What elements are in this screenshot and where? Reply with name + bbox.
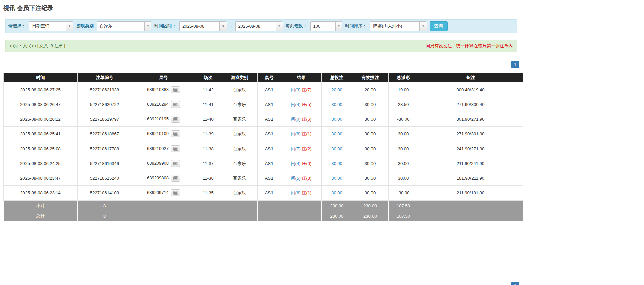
empty-cell	[281, 201, 322, 211]
total-bet-link[interactable]: 30.00	[331, 161, 342, 166]
cell-result: 闲(7)庄(2)	[281, 141, 322, 156]
date-from-combobox: ▼	[179, 21, 227, 31]
table-row: 2025-08-08 06:25:41522718618867639210109…	[4, 127, 523, 141]
total-bet-link[interactable]: 30.00	[331, 146, 342, 151]
video-replay-icon[interactable]	[171, 116, 180, 123]
total-label: 总计	[4, 211, 78, 221]
header-bet-id: 注单编号	[78, 73, 132, 82]
cell-table-no: AS1	[258, 186, 281, 201]
total-bet-link[interactable]: 30.00	[331, 117, 342, 122]
total-bet-link[interactable]: 30.00	[331, 176, 342, 181]
total-bet-link[interactable]: 20.00	[331, 87, 342, 92]
empty-cell	[418, 211, 523, 221]
cell-total-bet: 30.00	[322, 186, 352, 201]
date-separator: ~	[230, 24, 232, 29]
empty-cell	[195, 201, 221, 211]
cell-round: 639210027	[132, 141, 195, 156]
result-banker: 庄(1)	[302, 190, 312, 195]
date-to-caret-button[interactable]: ▼	[276, 22, 283, 31]
pagination-top: 1	[3, 61, 519, 68]
video-replay-icon[interactable]	[171, 145, 180, 152]
table-footer: 小计 8 230.00 230.00 107.50 总计 8	[4, 201, 523, 221]
video-replay-icon[interactable]	[171, 160, 180, 167]
cell-table-no: AS1	[258, 171, 281, 186]
cell-total-bet: 30.00	[322, 112, 352, 127]
date-from-input[interactable]	[180, 22, 219, 31]
cell-payout: -30.00	[389, 112, 418, 127]
total-bet-link[interactable]: 30.00	[331, 102, 342, 107]
page-1-button[interactable]: 1	[511, 282, 519, 285]
video-replay-icon[interactable]	[171, 101, 180, 108]
cell-table-no: AS1	[258, 82, 281, 97]
sort-order-input[interactable]	[370, 22, 419, 31]
cell-valid-bet: 30.00	[352, 141, 389, 156]
cell-round: 639209714	[132, 186, 195, 201]
cell-bet-id: 522718620722	[78, 97, 132, 112]
page-container: 视讯 会员下注纪录 请选择： ▼ 游戏类别 ▼ 时间区间： ▼ ~ ▼ 每页笔数…	[0, 0, 519, 285]
cell-time: 2025-08-08 06:25:41	[4, 127, 78, 141]
cell-game-type: 百家乐	[221, 127, 258, 141]
summary-bar: 币别：人民币 | 总共 :8 注单 | 同局有效投注，统一计算在该局第一张注单内	[5, 40, 517, 52]
header-round: 局号	[132, 73, 195, 82]
total-bet-link[interactable]: 30.00	[331, 190, 342, 195]
game-type-combobox: ▼	[97, 21, 151, 31]
cell-game-type: 百家乐	[221, 82, 258, 97]
video-replay-icon[interactable]	[171, 175, 180, 182]
table-row: 2025-08-08 06:25:08522718617788639210027…	[4, 141, 523, 156]
cell-round: 639210109	[132, 127, 195, 141]
sort-order-caret-button[interactable]: ▼	[419, 22, 427, 31]
empty-cell	[281, 211, 322, 221]
date-from-caret-button[interactable]: ▼	[219, 22, 227, 31]
page-size-input[interactable]	[311, 22, 335, 31]
result-banker: 庄(2)	[302, 146, 312, 151]
chevron-down-icon: ▼	[68, 25, 71, 28]
subtotal-label: 小计	[4, 201, 78, 211]
total-payout: 107.50	[389, 211, 418, 221]
empty-cell	[195, 211, 221, 221]
query-type-input[interactable]	[29, 22, 66, 31]
cell-time: 2025-08-08 06:26:12	[4, 112, 78, 127]
video-replay-icon[interactable]	[171, 130, 180, 137]
cell-game-type: 百家乐	[221, 186, 258, 201]
result-player: 闲(8)	[291, 131, 301, 136]
round-number: 639210027	[147, 146, 169, 151]
video-replay-icon[interactable]	[171, 189, 180, 196]
cell-total-bet: 30.00	[322, 156, 352, 171]
round-number: 639210383	[147, 87, 169, 92]
game-type-input[interactable]	[97, 22, 144, 31]
cell-valid-bet: 30.00	[352, 112, 389, 127]
film-glyph	[173, 132, 178, 136]
date-to-input[interactable]	[236, 22, 276, 31]
cell-game-type: 百家乐	[221, 156, 258, 171]
cell-bet-id: 522718618867	[78, 127, 132, 141]
total-count: 8	[78, 211, 132, 221]
cell-round: 639210195	[132, 112, 195, 127]
table-row: 2025-08-08 06:27:25522718621938639210383…	[4, 82, 523, 97]
cell-result: 闲(5)庄(3)	[281, 171, 322, 186]
cell-payout: 30.00	[389, 171, 418, 186]
cell-result: 闲(8)庄(1)	[281, 127, 322, 141]
cell-round: 639210294	[132, 97, 195, 112]
cell-payout: 30.00	[389, 141, 418, 156]
cell-table-no: AS1	[258, 127, 281, 141]
page-1-button[interactable]: 1	[511, 61, 519, 68]
cell-table-no: AS1	[258, 141, 281, 156]
query-type-caret-button[interactable]: ▼	[66, 22, 73, 31]
total-bet-link[interactable]: 30.00	[331, 131, 342, 136]
result-banker: 庄(6)	[302, 117, 312, 122]
page-size-caret-button[interactable]: ▼	[335, 22, 342, 31]
subtotal-payout: 107.50	[389, 201, 418, 211]
cell-session: 11-42	[195, 82, 221, 97]
total-valid-bet: 230.00	[352, 211, 389, 221]
game-type-caret-button[interactable]: ▼	[144, 22, 151, 31]
result-player: 闲(0)	[291, 117, 301, 122]
page-size-label: 每页笔数：	[286, 23, 307, 29]
video-replay-icon[interactable]	[171, 86, 180, 93]
empty-cell	[132, 201, 195, 211]
round-number: 639209908	[147, 161, 169, 166]
cell-valid-bet: 30.00	[352, 171, 389, 186]
cell-time: 2025-08-08 06:23:14	[4, 186, 78, 201]
header-payout: 总派彩	[389, 73, 418, 82]
search-button[interactable]: 查询	[430, 21, 448, 31]
result-banker: 庄(1)	[302, 131, 312, 136]
